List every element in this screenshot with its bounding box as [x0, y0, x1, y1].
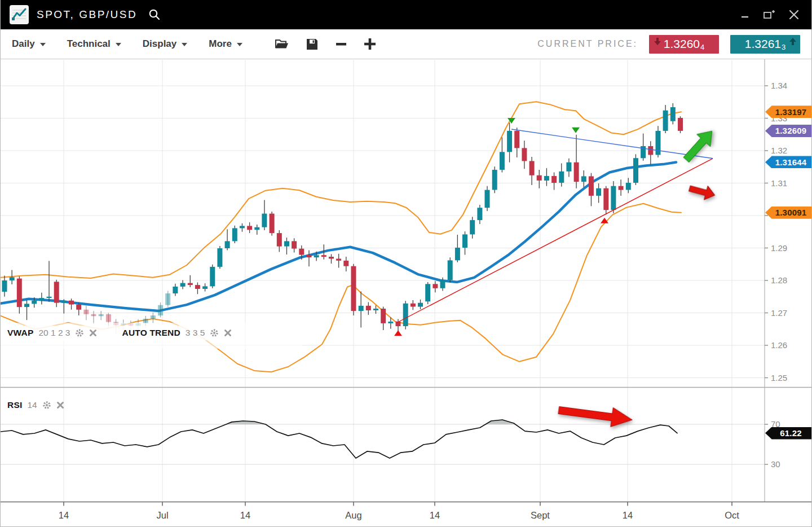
- menu-timeframe[interactable]: Daily: [12, 38, 46, 50]
- bid-price-pip: 4: [700, 43, 704, 51]
- chevron-down-icon: [116, 43, 121, 46]
- bid-price-value: 1.3260: [664, 37, 700, 51]
- tag-bollinger-lower: 1.30091: [765, 207, 812, 219]
- vwap-remove-x-icon[interactable]: [89, 329, 97, 337]
- search-icon[interactable]: [148, 8, 161, 21]
- zoom-out-icon[interactable]: [336, 38, 347, 50]
- minimize-icon[interactable]: [740, 10, 749, 19]
- svg-text:Sept: Sept: [531, 510, 550, 520]
- svg-text:1.27: 1.27: [771, 308, 787, 318]
- close-icon[interactable]: [789, 10, 799, 20]
- chart-area: text{font-family:"Liberation Sans",sans-…: [1, 59, 811, 527]
- svg-text:1.32: 1.32: [771, 146, 787, 155]
- chart-app-window: SPOT, GBP/USD Daily: [0, 0, 812, 527]
- titlebar: SPOT, GBP/USD: [1, 0, 811, 29]
- svg-text:1.34: 1.34: [771, 81, 787, 90]
- svg-text:1.25: 1.25: [771, 373, 787, 383]
- svg-text:Oct: Oct: [725, 510, 739, 520]
- tag-vwap: 1.31644: [765, 156, 812, 168]
- price-chart-canvas[interactable]: text{font-family:"Liberation Sans",sans-…: [1, 59, 812, 527]
- ask-price-box: 1.32613: [730, 35, 800, 54]
- tag-last-price: 1.32609: [765, 125, 812, 137]
- menu-more-label: More: [209, 38, 232, 50]
- zoom-in-icon[interactable]: [364, 38, 376, 50]
- popout-icon[interactable]: [763, 9, 775, 20]
- svg-text:14: 14: [430, 510, 440, 520]
- ask-price-value: 1.3261: [745, 37, 781, 51]
- rsi-legend-params: 14: [27, 400, 37, 410]
- svg-text:1.26: 1.26: [771, 340, 787, 350]
- svg-text:14: 14: [623, 510, 633, 520]
- svg-text:14: 14: [59, 510, 69, 520]
- svg-text:Aug: Aug: [345, 510, 361, 520]
- autotrend-legend-name: AUTO TREND: [122, 328, 180, 338]
- app-chart-icon: [10, 5, 29, 24]
- rsi-settings-gear-icon[interactable]: [42, 401, 51, 410]
- rsi-remove-x-icon[interactable]: [56, 401, 64, 409]
- rsi-legend: RSI 14: [3, 398, 71, 412]
- open-folder-icon[interactable]: [274, 38, 289, 50]
- svg-text:Jul: Jul: [156, 510, 168, 520]
- window-controls: [740, 9, 802, 20]
- price-up-arrow-icon: [789, 38, 796, 45]
- toolbar: Daily Technical Display More: [1, 29, 811, 59]
- autotrend-legend-params: 3 3 5: [186, 328, 205, 338]
- menu-timeframe-label: Daily: [12, 38, 35, 50]
- menu-display[interactable]: Display: [143, 38, 187, 50]
- chevron-down-icon: [182, 43, 187, 46]
- main-chart-legend: VWAP 20 1 2 3 AUTO TREND 3 3 5: [3, 326, 239, 340]
- svg-text:1.31: 1.31: [771, 178, 787, 188]
- svg-text:30: 30: [771, 459, 780, 469]
- tag-bollinger-upper: 1.33197: [765, 106, 812, 118]
- bid-price-box: 1.32604: [649, 35, 719, 54]
- chevron-down-icon: [237, 43, 242, 46]
- rsi-legend-name: RSI: [7, 400, 22, 410]
- ask-price-pip: 3: [782, 43, 785, 51]
- price-down-arrow-icon: [654, 38, 661, 45]
- vwap-legend-params: 20 1 2 3: [38, 328, 70, 338]
- menu-more[interactable]: More: [209, 38, 242, 50]
- svg-text:1.29: 1.29: [771, 243, 787, 253]
- save-icon[interactable]: [306, 38, 319, 51]
- menu-technical-label: Technical: [67, 38, 111, 50]
- autotrend-settings-gear-icon[interactable]: [210, 328, 219, 337]
- menu-technical[interactable]: Technical: [67, 38, 121, 50]
- svg-text:14: 14: [240, 510, 250, 520]
- tag-rsi: 61.22: [765, 427, 812, 440]
- menu-display-label: Display: [143, 38, 176, 50]
- svg-text:1.28: 1.28: [771, 275, 787, 285]
- symbol-title: SPOT, GBP/USD: [37, 8, 137, 21]
- current-price-area: CURRENT PRICE: 1.32604 1.32613: [537, 35, 800, 54]
- current-price-label: CURRENT PRICE:: [537, 39, 638, 49]
- vwap-settings-gear-icon[interactable]: [75, 328, 84, 337]
- autotrend-remove-x-icon[interactable]: [224, 329, 232, 337]
- chevron-down-icon: [40, 43, 46, 46]
- vwap-legend-name: VWAP: [7, 328, 33, 338]
